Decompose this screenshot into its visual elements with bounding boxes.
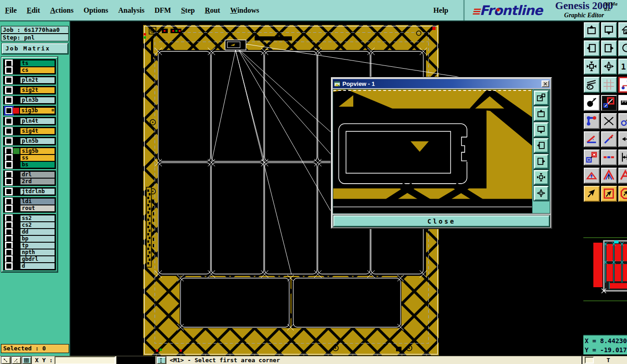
- layer-label-pln2t[interactable]: pln2t: [20, 77, 55, 84]
- layer-label-sig4t[interactable]: sig4t: [20, 128, 55, 135]
- layer-row-npth[interactable]: npth: [4, 249, 55, 256]
- overview-minimap[interactable]: [583, 236, 627, 302]
- select-cursor-button[interactable]: [584, 186, 600, 202]
- layer-label-ss2[interactable]: ss2: [20, 215, 55, 222]
- popview-close-button[interactable]: Close: [333, 215, 550, 227]
- menu-dfm[interactable]: DFM: [150, 6, 176, 15]
- layer-checkbox-2rd[interactable]: [5, 178, 13, 185]
- layer-swatch-d[interactable]: [13, 263, 20, 269]
- rotate-view-button[interactable]: [618, 40, 627, 56]
- layer-row-bs[interactable]: bs: [4, 161, 55, 168]
- layer-swatch-gbdrl[interactable]: [13, 256, 20, 262]
- pan-up-button[interactable]: [584, 22, 600, 38]
- layer-label-rout[interactable]: rout: [20, 205, 55, 212]
- layer-swatch-tp[interactable]: [13, 243, 20, 249]
- layer-label-cs[interactable]: cs: [20, 67, 55, 74]
- layer-label-jtdrlnb[interactable]: jtdrlnb: [20, 188, 55, 195]
- layer-swatch-pln3b[interactable]: [13, 97, 20, 103]
- layer-row-cs[interactable]: cs: [4, 67, 55, 74]
- layer-row-pln4t[interactable]: pln4t: [4, 118, 55, 125]
- break-line-button[interactable]: [601, 150, 617, 165]
- layer-label-dd[interactable]: dd: [20, 229, 55, 235]
- coord-table-button[interactable]: [22, 357, 31, 364]
- layer-row-2rd[interactable]: 2rd: [4, 178, 55, 185]
- triangle-marker-button[interactable]: [584, 168, 600, 184]
- pad-line-button[interactable]: [618, 113, 627, 129]
- layer-label-sig2t[interactable]: sig2t: [20, 87, 55, 94]
- layer-swatch-drl[interactable]: [13, 172, 20, 178]
- layer-row-gbdrl[interactable]: gbdrl: [4, 256, 55, 263]
- layer-row-ldi[interactable]: ldi: [4, 198, 55, 205]
- layer-row-pln2t[interactable]: pln2t: [4, 77, 55, 84]
- snap-angle-button[interactable]: [12, 357, 21, 364]
- layer-swatch-npth[interactable]: [13, 249, 20, 255]
- layer-label-2rd[interactable]: 2rd: [20, 178, 55, 185]
- layer-swatch-pln4t[interactable]: [13, 118, 20, 124]
- layer-row-sig3b[interactable]: sig3b⊞: [4, 107, 55, 115]
- layer-row-d[interactable]: d: [4, 263, 55, 269]
- layer-checkbox-pln3b[interactable]: [5, 96, 13, 104]
- layer-checkbox-rout[interactable]: [5, 204, 13, 212]
- layer-label-drl[interactable]: drl: [20, 171, 55, 178]
- layer-swatch-bs[interactable]: [13, 162, 20, 168]
- job-matrix-button[interactable]: Job Matrix ...: [2, 43, 68, 54]
- layer-swatch-sig3b[interactable]: [13, 108, 19, 114]
- layer-label-tp[interactable]: tp: [20, 242, 55, 249]
- layer-row-dd[interactable]: dd: [4, 229, 55, 235]
- layer-label-ldi[interactable]: ldi: [20, 198, 55, 205]
- layer-label-pln3b[interactable]: pln3b: [20, 97, 55, 104]
- layer-row-rout[interactable]: rout: [4, 205, 55, 212]
- layer-swatch-rout[interactable]: [13, 205, 20, 211]
- layer-swatch-2rd[interactable]: [13, 179, 20, 184]
- layer-checkbox-sig3b[interactable]: [5, 107, 12, 114]
- layer-swatch-cs2[interactable]: [13, 222, 20, 228]
- layer-checkbox-pln2t[interactable]: [5, 76, 13, 84]
- layer-label-sig5b[interactable]: sig5b: [20, 148, 55, 155]
- home-view-button[interactable]: [618, 22, 627, 38]
- menu-help[interactable]: Help: [428, 6, 453, 15]
- layer-swatch-ldi[interactable]: [13, 199, 20, 204]
- menu-rout[interactable]: Rout: [200, 6, 225, 15]
- layer-row-jtdrlnb[interactable]: jtdrlnb: [4, 188, 55, 195]
- layer-checkbox-pln5b[interactable]: [5, 137, 13, 145]
- layer-swatch-ts[interactable]: [13, 60, 20, 66]
- layer-label-gbdrl[interactable]: gbdrl: [20, 256, 55, 263]
- layer-label-sig3b[interactable]: sig3b⊞: [20, 107, 55, 114]
- popview-content[interactable]: [333, 90, 532, 213]
- move-feature-button[interactable]: [584, 95, 600, 111]
- layer-label-bp[interactable]: bp: [20, 235, 55, 242]
- popview-transfer-button[interactable]: [534, 90, 549, 105]
- layer-swatch-dd[interactable]: [13, 229, 20, 235]
- annotation-button[interactable]: [618, 168, 627, 184]
- slope-line-button[interactable]: [601, 131, 617, 147]
- menu-analysis[interactable]: Analysis: [113, 6, 150, 15]
- popview-titlebar[interactable]: Popview - 1: [333, 79, 550, 88]
- layer-swatch-sig2t[interactable]: [13, 87, 20, 93]
- polarity-button[interactable]: [601, 95, 617, 111]
- popview-pan-down-button[interactable]: [534, 122, 549, 137]
- layer-label-npth[interactable]: npth: [20, 249, 55, 256]
- angle-measure-button[interactable]: [584, 131, 600, 147]
- tools-setup-button[interactable]: [584, 77, 600, 93]
- popview-close-icon[interactable]: [542, 80, 549, 87]
- copy-pad-button[interactable]: [584, 150, 600, 165]
- layer-row-cs2[interactable]: cs2: [4, 222, 55, 229]
- ruler-button[interactable]: [618, 95, 627, 111]
- layer-checkbox-bs[interactable]: [5, 161, 13, 169]
- layer-checkbox-jtdrlnb[interactable]: [5, 188, 13, 195]
- layer-checkbox-sig4t[interactable]: [5, 127, 13, 135]
- layer-row-sig2t[interactable]: sig2t: [4, 87, 55, 94]
- layer-swatch-ss[interactable]: [13, 155, 20, 161]
- menu-actions[interactable]: Actions: [45, 6, 79, 15]
- text-cursor-button[interactable]: [157, 357, 166, 364]
- layer-swatch-ss2[interactable]: [13, 215, 20, 221]
- layer-row-bp[interactable]: bp: [4, 235, 55, 242]
- layer-swatch-sig4t[interactable]: [13, 128, 20, 134]
- grid-toggle-button[interactable]: [601, 77, 617, 93]
- layer-label-d[interactable]: d: [20, 263, 55, 269]
- layer-swatch-pln5b[interactable]: [13, 138, 20, 144]
- menu-windows[interactable]: Windows: [225, 6, 264, 15]
- layer-row-drl[interactable]: drl: [4, 171, 55, 178]
- xy-coordinate-input[interactable]: [55, 356, 115, 364]
- popview-pan-up-button[interactable]: [534, 106, 549, 121]
